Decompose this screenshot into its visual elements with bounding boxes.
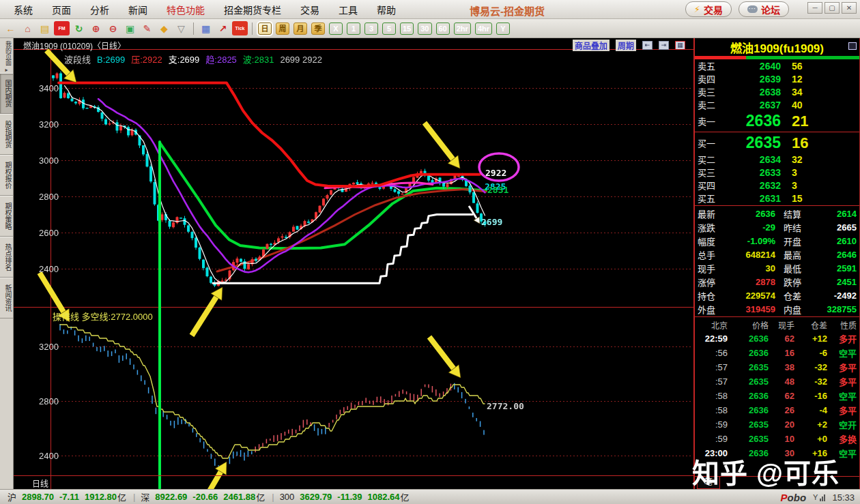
period-button-2hr[interactable]: 2hr (454, 23, 471, 35)
filter-funnel-icon[interactable]: ▽ (173, 21, 189, 35)
stat-row: 涨跌-29昨结2665 (695, 220, 859, 234)
menu-item-分析[interactable]: 分析 (81, 1, 119, 18)
stat-row: 现手30最低2591 (695, 261, 859, 275)
restore-button[interactable]: ▢ (825, 2, 840, 14)
legend-item: 压:2922 (131, 55, 162, 65)
ladder-row-卖四[interactable]: 卖四263912 (695, 72, 859, 85)
back-icon[interactable]: ← (3, 21, 18, 35)
left-tab-strip: 我的页面▸国内期货股指期货期权报价期权策略热点排名新闻资讯 (0, 38, 14, 489)
tick-chart-icon[interactable]: Tick (232, 21, 248, 35)
close-button[interactable]: ✕ (842, 2, 857, 14)
pages-icon[interactable]: ▤ (37, 21, 53, 35)
ladder-row-买四[interactable]: 买四26323 (695, 179, 859, 192)
menu-item-工具[interactable]: 工具 (329, 1, 367, 18)
ladder-row-卖三[interactable]: 卖三263834 (695, 85, 859, 98)
zoom-in-icon[interactable]: ⊕ (88, 21, 104, 35)
panel-restore-icon[interactable] (848, 42, 857, 50)
trade-button[interactable]: ⚡ 交易 (685, 1, 732, 17)
period-button-日[interactable]: 日 (258, 23, 272, 35)
sidebar-tab-热点排名[interactable]: 热点排名 (0, 237, 13, 278)
x-axis-row: 日线 2018101220190102040506 (14, 475, 693, 489)
chart-pane-icon-1[interactable]: ⇥ (659, 41, 669, 50)
ladder-row-卖五[interactable]: 卖五264056 (695, 59, 859, 72)
draw-pencil-icon[interactable]: ✎ (139, 21, 155, 35)
trading-terminal: 系统页面分析新闻特色功能招金期货专栏交易工具帮助 博易云-招金期货 ⚡ 交易 ·… (0, 0, 860, 504)
alert-horn-icon[interactable]: ◆ (156, 21, 172, 35)
lightning-icon: ⚡ (694, 4, 700, 14)
y-tick: 2800 (27, 192, 59, 202)
minimize-button[interactable]: ─ (807, 2, 822, 14)
legend-item: B:2699 (97, 55, 125, 65)
chart-links: 商品叠加周期⇤⇥▦ (573, 40, 685, 51)
status-bar: 沪2898.70-7.111912.80亿|深8922.69-20.662461… (0, 489, 860, 504)
period-button-4hr[interactable]: 4hr (475, 23, 492, 35)
period-button-30[interactable]: 30 (418, 23, 431, 35)
ladder-row-买三[interactable]: 买三26333 (695, 166, 859, 179)
period-button-15[interactable]: 15 (400, 23, 414, 35)
contract-title: 燃油1909(fu1909) (695, 38, 859, 56)
period-button-月[interactable]: 月 (293, 23, 307, 35)
stat-row: 总手648214最高2646 (695, 248, 859, 261)
y-tick: 3000 (27, 155, 59, 166)
tape-row: 22:59263662+12多开 (695, 331, 859, 346)
period-button-Y[interactable]: Y (496, 23, 510, 35)
chart-pane-icon-2[interactable]: ▦ (675, 41, 685, 50)
trend-chart-icon[interactable]: ↗ (215, 21, 231, 35)
menu-item-招金期货专栏[interactable]: 招金期货专栏 (214, 1, 291, 18)
legend-item: 支:2699 (169, 55, 200, 65)
zoom-out-icon[interactable]: ⊖ (105, 21, 121, 35)
chart-link-周期[interactable]: 周期 (616, 40, 636, 51)
menu-items: 系统页面分析新闻特色功能招金期货专栏交易工具帮助 (4, 1, 405, 18)
menu-item-系统[interactable]: 系统 (4, 1, 42, 18)
speech-bubble-icon: ··· (747, 5, 758, 13)
sidebar-tab-期权策略[interactable]: 期权策略 (0, 196, 13, 237)
index-name: 300 (280, 492, 295, 502)
home-icon[interactable]: ⌂ (20, 21, 35, 35)
menu-item-交易[interactable]: 交易 (291, 1, 329, 18)
period-button-周[interactable]: 周 (276, 23, 289, 35)
ladder-row-买二[interactable]: 买二263432 (695, 153, 859, 166)
chart-pane-icon-0[interactable]: ⇤ (642, 41, 653, 50)
period-button-季[interactable]: 季 (311, 23, 325, 35)
period-button-5[interactable]: 5 (382, 23, 396, 35)
ladder-row-买一[interactable]: 买一263516 (695, 133, 859, 153)
ladder-row-买五[interactable]: 买五263115 (695, 192, 859, 205)
menu-item-帮助[interactable]: 帮助 (367, 1, 405, 18)
quote-board-icon[interactable]: ▦ (198, 21, 214, 35)
pobo-logo: Pobo (781, 492, 807, 503)
layers-icon[interactable]: ▣ (122, 21, 138, 35)
refresh-icon[interactable]: ↻ (71, 21, 87, 35)
sidebar-arrow-icon[interactable]: ▸ (0, 67, 13, 73)
sidebar-tab-国内期货[interactable]: 国内期货 (0, 73, 13, 114)
ladder-row-卖二[interactable]: 卖二263740 (695, 98, 859, 111)
period-button-3[interactable]: 3 (364, 23, 378, 35)
tape-row: :58263662-16空平 (695, 389, 859, 403)
fm-icon[interactable]: FM (54, 21, 70, 35)
indicator-legend: 波段线B:2699压:2922支:2699趋:2825波:28312699 29… (64, 53, 328, 65)
stat-row: 外盘319459内盘328755 (695, 302, 859, 316)
price-tag: 2699 (481, 217, 502, 227)
signal-icon: Y (813, 493, 825, 501)
menu-item-新闻[interactable]: 新闻 (119, 1, 157, 18)
tape-header: 北京价格现手仓差性质 (695, 318, 859, 331)
period-button-1[interactable]: 1 (347, 23, 360, 35)
sidebar-tab-新闻资讯[interactable]: 新闻资讯 (0, 278, 13, 318)
y-tick: 2400 (27, 264, 59, 274)
tape-row: :58263626-4多平 (695, 403, 859, 417)
sidebar-tab-股指期货[interactable]: 股指期货 (0, 114, 13, 155)
stat-row: 涨停2878跌停2451 (695, 275, 859, 288)
price-tag: 2831 (487, 185, 508, 195)
menu-item-页面[interactable]: 页面 (42, 1, 81, 18)
menu-item-特色功能[interactable]: 特色功能 (157, 1, 214, 18)
sidebar-header: 我的页面 (0, 38, 13, 67)
period-button-X[interactable]: X (329, 23, 343, 35)
tape-row: :57263548-32多平 (695, 374, 859, 389)
period-button-60[interactable]: 60 (436, 23, 450, 35)
ladder-row-卖一[interactable]: 卖一263621 (695, 111, 859, 131)
x-axis-period-label: 日线 (20, 477, 48, 489)
forum-button[interactable]: ··· 论坛 (739, 1, 789, 17)
sidebar-tab-期权报价[interactable]: 期权报价 (0, 155, 13, 196)
legend-item: 2699 2922 (280, 55, 321, 65)
price-chart-canvas[interactable] (14, 38, 693, 489)
chart-link-商品叠加[interactable]: 商品叠加 (573, 40, 610, 51)
